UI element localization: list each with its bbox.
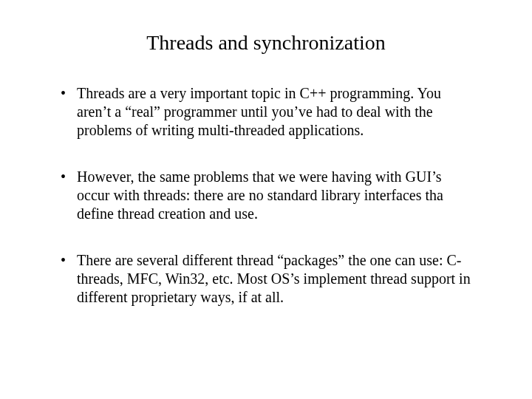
list-item: Threads are a very important topic in C+… [56,84,476,140]
list-item: There are several different thread “pack… [56,251,476,307]
bullet-list: Threads are a very important topic in C+… [56,84,476,307]
list-item: However, the same problems that we were … [56,168,476,223]
slide-title: Threads and synchronization [56,31,476,55]
